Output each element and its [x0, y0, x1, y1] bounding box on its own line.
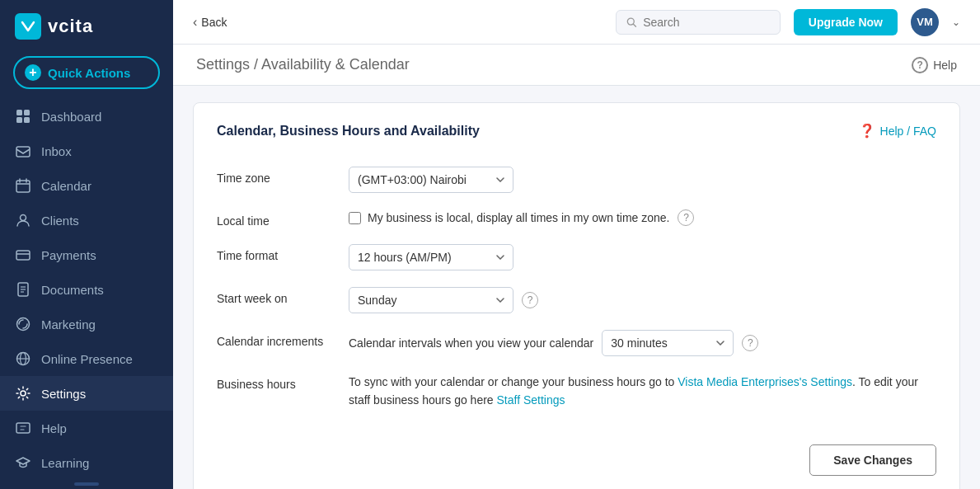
payments-icon — [15, 247, 31, 263]
local-time-row: Local time My business is local, display… — [217, 201, 936, 236]
calendar-increments-description: Calendar intervals when you view your ca… — [349, 336, 593, 350]
business-hours-text-before-link1: To sync with your calendar or change you… — [349, 375, 678, 388]
calendar-icon — [15, 177, 31, 194]
sidebar-nav: Dashboard Inbox Calendar Clients — [0, 99, 173, 482]
topbar: ‹ Back Upgrade Now VM ⌄ — [173, 0, 980, 45]
timezone-row: Time zone (GMT+03:00) Nairobi (GMT+00:00… — [217, 158, 936, 201]
sidebar-item-dashboard[interactable]: Dashboard — [0, 99, 173, 134]
local-time-checkbox[interactable] — [349, 212, 361, 224]
plus-icon: + — [25, 64, 41, 81]
svg-line-23 — [633, 24, 635, 26]
save-row: Save Changes — [217, 444, 936, 476]
help-faq-label: Help / FAQ — [880, 125, 936, 138]
start-week-control: Sunday Monday Saturday ? — [349, 287, 936, 313]
sidebar-item-inbox[interactable]: Inbox — [0, 134, 173, 168]
settings-card: Calendar, Business Hours and Availabilit… — [193, 102, 960, 489]
search-bar — [616, 10, 781, 35]
time-format-row: Time format 12 hours (AM/PM) 24 hours — [217, 236, 936, 279]
start-week-help-icon[interactable]: ? — [522, 292, 538, 308]
dashboard-label: Dashboard — [41, 110, 101, 124]
vista-settings-link[interactable]: Vista Media Enterprises's Settings — [678, 375, 852, 388]
online-presence-icon — [15, 350, 31, 367]
business-hours-label: Business hours — [217, 373, 349, 391]
scroll-indicator — [0, 482, 173, 489]
start-week-label: Start week on — [217, 287, 349, 305]
business-hours-text: To sync with your calendar or change you… — [349, 373, 936, 410]
sidebar-item-settings[interactable]: Settings — [0, 376, 173, 411]
timezone-label: Time zone — [217, 167, 349, 185]
local-time-help-icon[interactable]: ? — [678, 209, 694, 226]
help-faq-link[interactable]: ❓ Help / FAQ — [859, 123, 936, 139]
svg-point-20 — [21, 391, 26, 396]
back-label: Back — [201, 16, 227, 29]
settings-label: Settings — [41, 387, 86, 401]
svg-rect-4 — [16, 147, 30, 157]
save-changes-button[interactable]: Save Changes — [809, 444, 936, 476]
logo-area: vcita — [0, 0, 173, 53]
svg-rect-2 — [16, 117, 22, 123]
timezone-control: (GMT+03:00) Nairobi (GMT+00:00) UTC (GMT… — [349, 167, 936, 193]
marketing-icon — [15, 316, 31, 332]
page-help-link[interactable]: ? Help — [912, 57, 957, 73]
back-button[interactable]: ‹ Back — [193, 12, 227, 33]
inbox-icon — [15, 143, 31, 159]
calendar-increments-row: Calendar increments Calendar intervals w… — [217, 322, 936, 364]
business-hours-row: Business hours To sync with your calenda… — [217, 364, 936, 418]
learning-icon — [15, 454, 31, 471]
vcita-logo-icon — [15, 13, 41, 40]
local-time-control: My business is local, display all times … — [349, 209, 936, 226]
sidebar-item-help[interactable]: Help — [0, 411, 173, 445]
user-avatar[interactable]: VM — [911, 8, 939, 36]
staff-settings-link[interactable]: Staff Settings — [497, 393, 565, 407]
marketing-label: Marketing — [41, 317, 96, 331]
documents-icon — [15, 281, 31, 298]
svg-rect-5 — [16, 181, 30, 192]
quick-actions-button[interactable]: + Quick Actions — [13, 56, 160, 89]
calendar-increments-label: Calendar increments — [217, 330, 349, 348]
payments-label: Payments — [41, 248, 96, 262]
settings-icon — [15, 385, 31, 402]
dashboard-icon — [15, 108, 31, 125]
local-time-checkbox-label: My business is local, display all times … — [368, 211, 669, 224]
sidebar-item-documents[interactable]: Documents — [0, 272, 173, 307]
vcita-logo-text: vcita — [48, 16, 93, 37]
sidebar: vcita + Quick Actions Dashboard Inbox Ca… — [0, 0, 173, 489]
help-faq-icon: ❓ — [859, 123, 875, 139]
sidebar-item-payments[interactable]: Payments — [0, 237, 173, 272]
sidebar-item-online-presence[interactable]: Online Presence — [0, 341, 173, 376]
main-content: ‹ Back Upgrade Now VM ⌄ Settings / Avail… — [173, 0, 980, 489]
search-icon — [626, 16, 636, 28]
sidebar-item-learning[interactable]: Learning — [0, 445, 173, 480]
learning-label: Learning — [41, 456, 89, 470]
business-hours-control: To sync with your calendar or change you… — [349, 373, 936, 410]
upgrade-button[interactable]: Upgrade Now — [794, 9, 898, 35]
time-format-label: Time format — [217, 244, 349, 262]
calendar-interval-select[interactable]: 15 minutes 30 minutes 60 minutes — [602, 330, 734, 356]
help-label: Help — [41, 421, 67, 435]
sidebar-item-marketing[interactable]: Marketing — [0, 307, 173, 341]
clients-icon — [15, 212, 31, 228]
start-week-select[interactable]: Sunday Monday Saturday — [349, 287, 513, 313]
search-input[interactable] — [643, 16, 770, 29]
help-circle-icon: ? — [912, 57, 928, 73]
user-menu-chevron-icon[interactable]: ⌄ — [952, 16, 960, 28]
svg-rect-1 — [24, 110, 30, 115]
quick-actions-label: Quick Actions — [48, 66, 130, 80]
page-header: Settings / Availability & Calendar ? Hel… — [173, 45, 980, 86]
svg-rect-21 — [16, 423, 30, 433]
timezone-select[interactable]: (GMT+03:00) Nairobi (GMT+00:00) UTC (GMT… — [349, 167, 513, 193]
sidebar-item-clients[interactable]: Clients — [0, 203, 173, 237]
calendar-label: Calendar — [41, 179, 91, 193]
online-presence-label: Online Presence — [41, 352, 133, 366]
time-format-select[interactable]: 12 hours (AM/PM) 24 hours — [349, 244, 513, 270]
page-area: Settings / Availability & Calendar ? Hel… — [173, 45, 980, 489]
help-icon — [15, 420, 31, 436]
svg-rect-10 — [16, 251, 30, 260]
time-format-control: 12 hours (AM/PM) 24 hours — [349, 244, 936, 270]
inbox-label: Inbox — [41, 144, 72, 158]
sidebar-item-calendar[interactable]: Calendar — [0, 168, 173, 203]
start-week-row: Start week on Sunday Monday Saturday ? — [217, 279, 936, 322]
chevron-left-icon: ‹ — [193, 15, 197, 30]
calendar-increments-help-icon[interactable]: ? — [742, 335, 758, 351]
svg-rect-0 — [16, 110, 22, 115]
